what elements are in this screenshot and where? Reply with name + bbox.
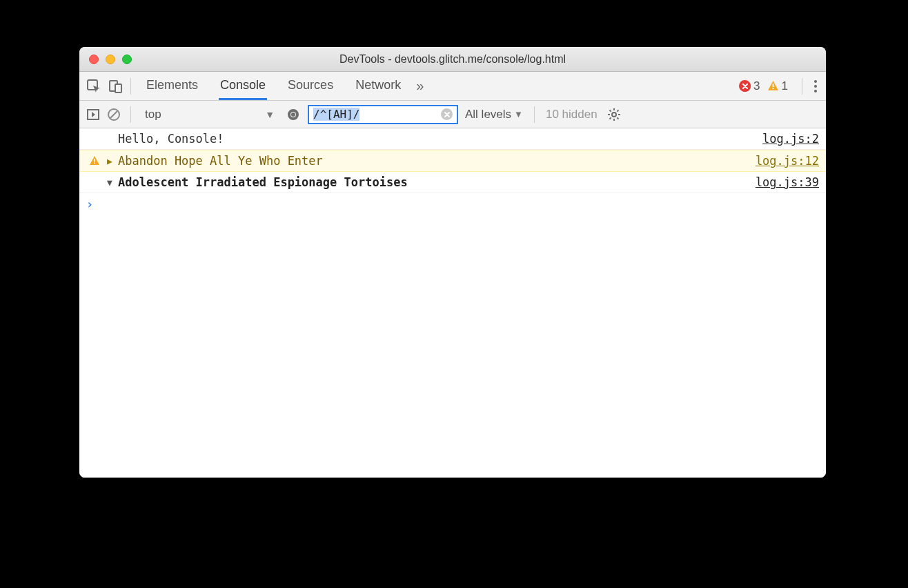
warning-icon [85,155,104,166]
svg-rect-4 [772,84,773,87]
live-expression-icon[interactable] [286,107,301,122]
svg-line-11 [110,111,117,118]
console-output: Hello, Console! log.js:2 ▶ Abandon Hope … [79,128,826,478]
more-tabs-button[interactable]: » [416,78,424,94]
svg-rect-5 [772,88,773,89]
svg-point-6 [814,80,817,83]
divider [802,78,802,95]
divider [534,106,535,123]
clear-console-icon[interactable] [107,108,121,121]
filter-text: /^[AH]/ [313,108,359,121]
log-message: Hello, Console! [115,132,762,146]
warning-count: 1 [782,79,788,93]
tab-sources[interactable]: Sources [286,72,335,100]
log-levels-label: All levels [465,108,511,121]
chevron-down-icon: ▼ [265,109,275,120]
console-settings-icon[interactable] [607,108,621,121]
source-link[interactable]: log.js:39 [756,175,819,189]
titlebar: DevTools - devtools.glitch.me/console/lo… [79,47,826,72]
svg-rect-2 [115,84,121,92]
close-window-button[interactable] [89,55,99,64]
svg-point-7 [814,85,817,88]
execution-context-label: top [145,108,161,121]
svg-point-13 [291,112,295,117]
source-link[interactable]: log.js:2 [762,132,819,146]
error-icon [739,80,751,92]
tab-console[interactable]: Console [219,72,267,100]
overflow-menu-button[interactable] [813,79,818,94]
panel-tabs: Elements Console Sources Network [145,72,402,100]
console-row: ▶ Abandon Hope All Ye Who Enter log.js:1… [79,150,826,172]
svg-rect-23 [94,159,95,162]
toggle-sidebar-icon[interactable] [86,108,100,121]
warning-icon [767,80,779,92]
error-count: 3 [753,79,760,93]
svg-line-21 [617,110,618,111]
svg-rect-24 [94,163,95,164]
log-message: Abandon Hope All Ye Who Enter [115,154,756,168]
prompt-chevron-icon: › [86,197,93,211]
log-message: Adolescent Irradiated Espionage Tortoise… [115,175,756,189]
minimize-window-button[interactable] [106,55,115,64]
devtools-window: DevTools - devtools.glitch.me/console/lo… [79,47,826,478]
clear-filter-icon[interactable] [441,108,453,120]
tab-elements[interactable]: Elements [145,72,199,100]
divider [130,106,131,123]
console-row: ▼ Adolescent Irradiated Espionage Tortoi… [79,172,826,193]
svg-line-20 [617,117,618,119]
console-prompt[interactable]: › [79,193,826,215]
svg-line-22 [609,117,611,119]
source-link[interactable]: log.js:12 [756,154,819,168]
console-toolbar: top ▼ /^[AH]/ All levels ▼ 10 hidden [79,101,826,128]
main-tabs-row: Elements Console Sources Network » 3 1 [79,72,826,101]
status-counts[interactable]: 3 1 [739,79,788,93]
traffic-lights [79,55,132,64]
svg-point-8 [814,90,817,92]
chevron-down-icon: ▼ [514,109,523,119]
window-title: DevTools - devtools.glitch.me/console/lo… [79,53,826,66]
device-toolbar-icon[interactable] [108,79,124,94]
console-row: Hello, Console! log.js:2 [79,128,826,150]
execution-context-select[interactable]: top ▼ [141,106,279,123]
disclosure-down-icon[interactable]: ▼ [104,177,115,188]
inspect-element-icon[interactable] [86,79,101,94]
tab-network[interactable]: Network [354,72,402,100]
zoom-window-button[interactable] [122,55,132,64]
hidden-count[interactable]: 10 hidden [546,108,598,121]
filter-input[interactable]: /^[AH]/ [308,105,458,124]
svg-line-19 [609,110,611,111]
log-levels-select[interactable]: All levels ▼ [465,108,523,121]
disclosure-right-icon[interactable]: ▶ [104,156,115,166]
divider [130,78,131,95]
svg-point-14 [612,112,616,117]
